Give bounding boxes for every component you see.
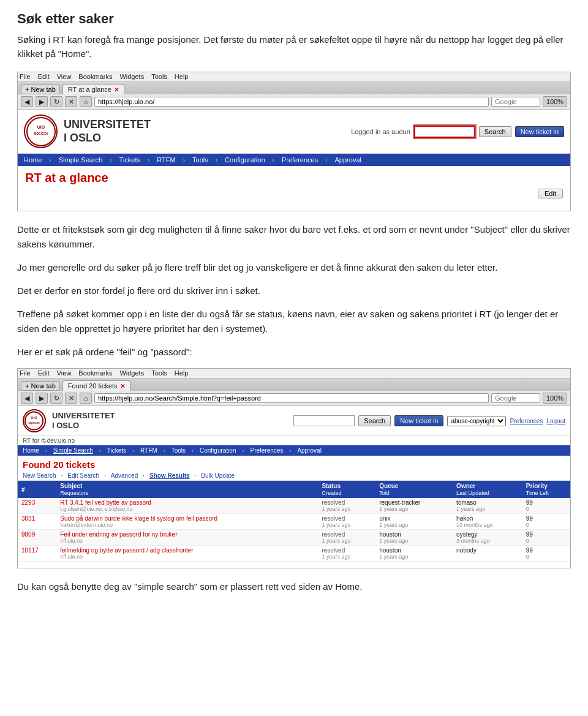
ticket-queue-2293: request-tracker 1 years ago [375, 498, 453, 514]
tab-label-2: Found 20 tickets [68, 382, 118, 390]
rt-search-field[interactable] [414, 126, 475, 138]
action-edit-search[interactable]: Edit Search [67, 472, 99, 479]
menu2-edit[interactable]: Edit [38, 369, 50, 377]
found-nav-tickets[interactable]: Tickets [107, 447, 126, 454]
zoom-button-2[interactable]: 100% [543, 393, 567, 404]
forward-button[interactable]: ▶ [36, 96, 48, 107]
rt-edit-button[interactable]: Edit [538, 189, 563, 198]
stop-button[interactable]: ✕ [65, 96, 77, 107]
nav-approval[interactable]: Approval [335, 156, 361, 164]
menu2-widgets[interactable]: Widgets [119, 369, 144, 377]
menu-view[interactable]: View [57, 73, 72, 80]
found-nav-sep-5: › [192, 448, 194, 454]
reload-button[interactable]: ↻ [50, 96, 62, 107]
table-row: 2293 RT 3.4.1 feil ved bytte av passord … [18, 498, 570, 514]
found-nav-configuration[interactable]: Configuration [200, 447, 236, 454]
ticket-id-2293: 2293 [18, 498, 56, 514]
action-new-search[interactable]: New Search [23, 472, 56, 479]
status-value-9809: resolved [322, 531, 345, 538]
address-bar-2[interactable] [94, 393, 489, 403]
forward-button-2[interactable]: ▶ [36, 393, 48, 404]
rt-found-search-button[interactable]: Search [358, 415, 391, 426]
reload-button-2[interactable]: ↻ [50, 393, 62, 404]
action-advanced[interactable]: Advanced [111, 472, 138, 479]
rt-logo-1: UiO MDCCCXI UNIVERSITETET I OSLO [24, 115, 151, 148]
menu2-help[interactable]: Help [175, 369, 189, 377]
ticket-subject-link-9809[interactable]: Feil under endring av passord for ny bru… [60, 531, 177, 538]
new-tab-button-1[interactable]: + New tab [21, 85, 60, 94]
col-id: # [18, 481, 56, 498]
found-nav-sep-4: › [164, 448, 165, 454]
back-button-2[interactable]: ◀ [21, 393, 33, 404]
table-row: 10117 feilmelding og bytte av passord / … [18, 546, 570, 562]
address-bar-1[interactable] [94, 97, 489, 107]
nav-sep-7: › [325, 157, 327, 164]
new-tab-button-2[interactable]: + New tab [21, 381, 60, 391]
ticket-priority-2293: 99 0 [522, 498, 570, 514]
nav-sep-5: › [216, 157, 217, 164]
nav-tickets[interactable]: Tickets [119, 156, 140, 164]
home-nav-button[interactable]: ⌂ [80, 96, 92, 107]
tab-close-1[interactable]: ✕ [114, 86, 119, 93]
menu-file[interactable]: File [20, 73, 31, 80]
found-nav-rtfm[interactable]: RTFM [140, 447, 157, 454]
stop-button-2[interactable]: ✕ [65, 393, 77, 404]
ticket-status-3831: resolved 1 years ago [318, 514, 375, 530]
menu-edit[interactable]: Edit [38, 73, 50, 80]
browser-tab-2[interactable]: Found 20 tickets ✕ [62, 380, 130, 391]
browser-tab-1[interactable]: RT at a glance ✕ [62, 84, 124, 94]
zoom-button[interactable]: 100% [543, 96, 567, 107]
found-nav-tools[interactable]: Tools [172, 447, 186, 454]
menu-widgets[interactable]: Widgets [119, 73, 144, 80]
tab-close-2[interactable]: ✕ [120, 383, 125, 390]
ticket-link-3831[interactable]: 3831 [21, 515, 35, 522]
found-nav-simple-search[interactable]: Simple Search [53, 447, 93, 454]
back-button[interactable]: ◀ [21, 96, 33, 107]
action-show-results[interactable]: Show Results [149, 472, 190, 479]
menu2-tools[interactable]: Tools [151, 369, 167, 377]
nav-tools[interactable]: Tools [192, 156, 208, 164]
menu2-view[interactable]: View [57, 369, 72, 377]
action-bulk-update[interactable]: Bulk Update [201, 472, 234, 479]
ticket-subject-link-10117[interactable]: feilmelding og bytte av passord / adg cl… [60, 547, 193, 554]
ticket-link-2293[interactable]: 2293 [21, 499, 35, 506]
found-nav-preferences[interactable]: Preferences [250, 447, 283, 454]
ticket-subject-link-3831[interactable]: Sudo på darwin burde ikke klage til sysl… [60, 515, 217, 522]
rt-search-button[interactable]: Search [479, 126, 511, 137]
found-nav-approval[interactable]: Approval [297, 447, 321, 454]
rt-app-1: UiO MDCCCXI UNIVERSITETET I OSLO Logged … [18, 110, 570, 211]
ticket-link-9809[interactable]: 9809 [21, 531, 35, 538]
logout-link[interactable]: Logout [546, 418, 565, 424]
nav-simple-search[interactable]: Simple Search [59, 156, 103, 164]
browser-tabbar-1: + New tab RT at a glance ✕ [18, 82, 570, 94]
found-nav-home[interactable]: Home [23, 447, 39, 454]
menu-help[interactable]: Help [175, 73, 189, 80]
browser-search-2[interactable] [491, 393, 540, 403]
menu-tools[interactable]: Tools [151, 73, 167, 80]
rt-found-nav: Home › Simple Search › Tickets › RTFM › … [18, 445, 570, 456]
ticket-subject-link-2293[interactable]: RT 3.4.1 feil ved bytte av passord [60, 499, 151, 506]
ticket-status-10117: resolved 1 years ago [318, 546, 375, 562]
ticket-subject-3831: Sudo på darwin burde ikke klage til sysl… [56, 514, 318, 530]
rt-glance-title: RT at a glance [18, 166, 570, 187]
preferences-link[interactable]: Preferences [510, 418, 543, 424]
nav-home[interactable]: Home [24, 156, 42, 164]
menu-bookmarks[interactable]: Bookmarks [78, 73, 112, 80]
rt-queue-select[interactable]: abuse-copyright [447, 416, 506, 426]
browser-search-1[interactable] [491, 97, 540, 107]
ticket-requestors-2293: t.g.olsen@uio.no, s.b@uio.no [60, 506, 314, 512]
home-nav-button-2[interactable]: ⌂ [80, 393, 92, 404]
ticket-status-9809: resolved 1 years ago [318, 530, 375, 546]
rt-found-logo: UiO MDCCCXI UNIVERSITETET I OSLO [23, 409, 115, 432]
rt-found-new-ticket-button[interactable]: New ticket in [394, 415, 443, 426]
nav-rtfm[interactable]: RTFM [157, 156, 175, 164]
menu2-file[interactable]: File [20, 369, 31, 377]
rt-found-search-field[interactable] [293, 415, 355, 426]
nav-configuration[interactable]: Configuration [225, 156, 265, 164]
rt-new-ticket-button[interactable]: New ticket in [515, 126, 564, 137]
ticket-queue-9809: houston 1 years ago [375, 530, 453, 546]
ticket-link-10117[interactable]: 10117 [21, 547, 39, 554]
nav-preferences[interactable]: Preferences [282, 156, 318, 164]
menu2-bookmarks[interactable]: Bookmarks [78, 369, 112, 377]
created-10117: 1 years ago [322, 554, 372, 560]
